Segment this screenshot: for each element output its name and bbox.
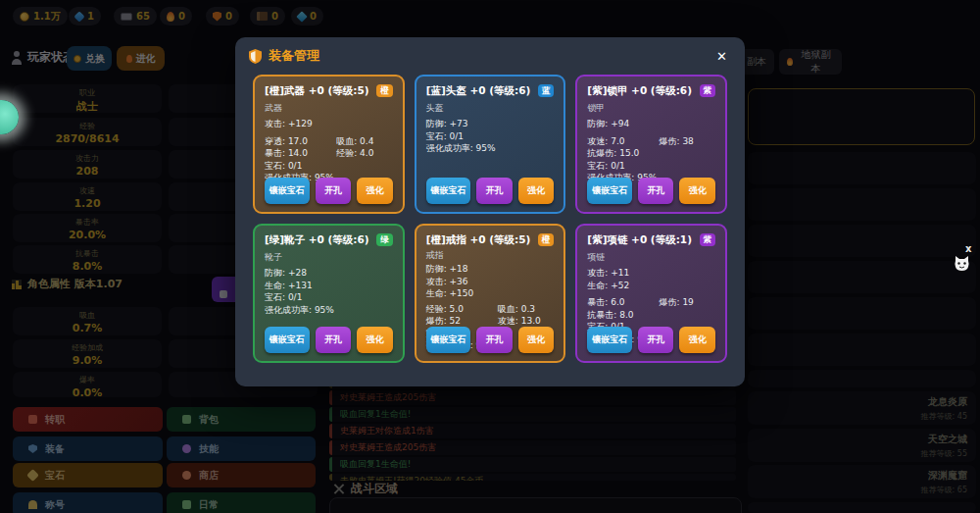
card-boots: [绿]靴子 +0 (等级:6) 绿 靴子 防御: +28 生命: +131 宝石… bbox=[253, 224, 405, 363]
pet-cat-icon[interactable] bbox=[953, 255, 971, 278]
open-slot-button[interactable]: 开孔 bbox=[638, 327, 674, 353]
modal-title: 装备管理 bbox=[269, 47, 319, 65]
open-slot-button[interactable]: 开孔 bbox=[638, 178, 674, 204]
card-title: [绿]靴子 +0 (等级:6) bbox=[265, 233, 376, 247]
equipment-modal: 装备管理 ✕ [橙]武器 +0 (等级:5) 橙 武器 攻击: +129 穿透:… bbox=[235, 37, 745, 386]
enhance-button[interactable]: 强化 bbox=[679, 178, 715, 204]
card-title: [紫]项链 +0 (等级:1) bbox=[587, 233, 699, 247]
equipment-grid: [橙]武器 +0 (等级:5) 橙 武器 攻击: +129 穿透: 17.0吸血… bbox=[235, 71, 745, 363]
inlay-gem-button[interactable]: 镶嵌宝石 bbox=[265, 327, 310, 353]
enhance-button[interactable]: 强化 bbox=[357, 327, 393, 353]
pet-close-icon[interactable]: x bbox=[965, 243, 971, 254]
rarity-badge: 紫 bbox=[700, 84, 716, 97]
rarity-badge: 蓝 bbox=[538, 84, 555, 97]
enhance-button[interactable]: 强化 bbox=[357, 178, 393, 204]
card-title: [橙]武器 +0 (等级:5) bbox=[265, 84, 376, 98]
close-icon[interactable]: ✕ bbox=[716, 49, 727, 64]
inlay-gem-button[interactable]: 镶嵌宝石 bbox=[265, 178, 310, 204]
inlay-gem-button[interactable]: 镶嵌宝石 bbox=[587, 327, 632, 353]
card-subtitle: 武器 bbox=[265, 102, 393, 115]
rarity-badge: 紫 bbox=[700, 233, 716, 246]
inlay-gem-button[interactable]: 镶嵌宝石 bbox=[426, 178, 471, 204]
inlay-gem-button[interactable]: 镶嵌宝石 bbox=[587, 178, 632, 204]
card-subtitle: 靴子 bbox=[265, 251, 393, 264]
shield-icon bbox=[249, 49, 262, 64]
rarity-badge: 绿 bbox=[376, 233, 393, 246]
card-subtitle: 头盔 bbox=[426, 102, 555, 115]
card-subtitle: 戒指 bbox=[426, 249, 555, 262]
card-armor: [紫]锁甲 +0 (等级:6) 紫 锁甲 防御: +94 攻速: 7.0爆伤: … bbox=[575, 75, 727, 214]
enhance-button[interactable]: 强化 bbox=[679, 327, 715, 353]
card-subtitle: 项链 bbox=[587, 251, 715, 264]
card-subtitle: 锁甲 bbox=[587, 102, 715, 115]
card-title: [紫]锁甲 +0 (等级:6) bbox=[587, 84, 699, 98]
inlay-gem-button[interactable]: 镶嵌宝石 bbox=[426, 327, 471, 353]
card-title: [橙]戒指 +0 (等级:5) bbox=[426, 233, 538, 247]
open-slot-button[interactable]: 开孔 bbox=[476, 327, 513, 353]
game-screen: 1.1万 1 65 0 0 0 0 玩家状态 兑换 进化 职业 战士 bbox=[0, 0, 980, 513]
card-weapon: [橙]武器 +0 (等级:5) 橙 武器 攻击: +129 穿透: 17.0吸血… bbox=[253, 75, 405, 214]
card-title: [蓝]头盔 +0 (等级:6) bbox=[426, 84, 538, 98]
open-slot-button[interactable]: 开孔 bbox=[316, 327, 352, 353]
modal-header: 装备管理 ✕ bbox=[235, 37, 745, 71]
enhance-button[interactable]: 强化 bbox=[518, 178, 555, 204]
open-slot-button[interactable]: 开孔 bbox=[476, 178, 513, 204]
rarity-badge: 橙 bbox=[376, 84, 393, 97]
enhance-button[interactable]: 强化 bbox=[518, 327, 555, 353]
rarity-badge: 橙 bbox=[538, 233, 555, 246]
card-helmet: [蓝]头盔 +0 (等级:6) 蓝 头盔 防御: +73 宝石: 0/1 强化成… bbox=[415, 75, 566, 214]
card-ring: [橙]戒指 +0 (等级:5) 橙 戒指 防御: +18 攻击: +36 生命:… bbox=[415, 224, 566, 363]
card-necklace: [紫]项链 +0 (等级:1) 紫 项链 攻击: +11 生命: +52 暴击:… bbox=[575, 224, 727, 363]
open-slot-button[interactable]: 开孔 bbox=[316, 178, 352, 204]
